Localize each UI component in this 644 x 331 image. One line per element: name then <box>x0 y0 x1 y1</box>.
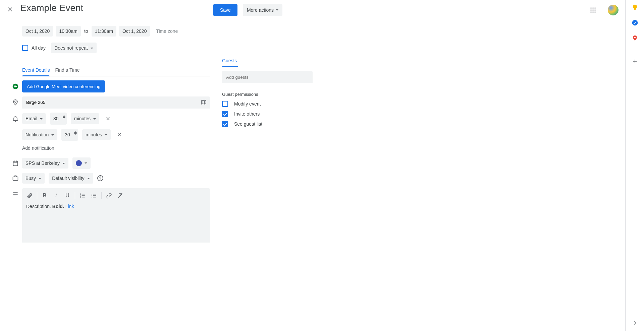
recurrence-dropdown[interactable]: Does not repeat <box>51 43 97 53</box>
description-plain: Description. <box>26 204 52 209</box>
to-label: to <box>84 28 88 34</box>
description-content[interactable]: Description. Bold. Link <box>22 203 210 243</box>
bulleted-list-icon[interactable] <box>89 190 99 201</box>
start-time-picker[interactable]: 10:30am <box>56 26 80 37</box>
video-meet-icon <box>12 83 19 90</box>
svg-point-10 <box>15 101 16 102</box>
end-date-picker[interactable]: Oct 1, 2020 <box>119 26 150 37</box>
svg-point-6 <box>590 11 592 13</box>
see-guest-list-label: See guest list <box>234 121 262 127</box>
stepper-up-icon[interactable] <box>63 114 65 117</box>
briefcase-icon <box>12 175 19 182</box>
start-date-picker[interactable]: Oct 1, 2020 <box>22 26 53 37</box>
svg-text:3: 3 <box>80 196 81 198</box>
invite-others-checkbox[interactable] <box>222 111 228 117</box>
add-guests-input[interactable] <box>222 71 313 83</box>
save-button[interactable]: Save <box>213 4 237 16</box>
tab-guests[interactable]: Guests <box>222 58 313 67</box>
remove-notification-1[interactable] <box>105 115 111 122</box>
help-icon[interactable]: ? <box>97 175 103 181</box>
see-guest-list-checkbox[interactable] <box>222 121 228 127</box>
bold-icon[interactable]: B <box>39 190 50 201</box>
underline-icon[interactable]: U <box>62 190 73 201</box>
svg-point-18 <box>92 197 92 197</box>
google-apps-icon[interactable] <box>586 3 600 17</box>
stepper-down-icon[interactable] <box>74 133 77 136</box>
event-title-input[interactable]: Example Event <box>20 3 208 17</box>
close-icon[interactable] <box>7 6 15 14</box>
description-link[interactable]: Link <box>65 204 74 209</box>
visibility-dropdown[interactable]: Default visibility <box>49 173 93 184</box>
clear-format-icon[interactable] <box>115 190 126 201</box>
svg-point-2 <box>594 7 596 9</box>
add-meet-button[interactable]: Add Google Meet video conferencing <box>22 80 105 92</box>
svg-point-8 <box>594 11 596 13</box>
hide-sidepanel-icon[interactable] <box>632 320 638 326</box>
tab-event-details[interactable]: Event Details <box>22 67 50 76</box>
svg-point-4 <box>592 9 594 11</box>
calendar-icon <box>12 160 19 167</box>
svg-point-16 <box>92 194 92 194</box>
description-icon <box>12 191 19 198</box>
more-actions-button[interactable]: More actions <box>243 4 282 16</box>
add-addon-icon[interactable] <box>632 58 638 65</box>
description-bold: Bold. <box>52 204 64 209</box>
svg-rect-11 <box>13 161 17 166</box>
svg-rect-12 <box>13 177 18 181</box>
italic-icon[interactable]: I <box>51 190 61 201</box>
notification-unit-2[interactable]: minutes <box>82 129 111 140</box>
svg-point-17 <box>92 195 92 196</box>
calendar-color-picker[interactable] <box>72 157 91 169</box>
more-actions-label: More actions <box>247 7 274 13</box>
svg-point-7 <box>592 11 594 13</box>
maps-icon[interactable] <box>632 35 638 42</box>
chevron-down-icon <box>276 9 278 12</box>
notification-value-1[interactable]: 30 <box>50 113 67 125</box>
location-icon <box>12 99 19 106</box>
map-icon[interactable] <box>201 99 207 105</box>
svg-point-3 <box>590 9 592 11</box>
remove-notification-2[interactable] <box>116 131 123 138</box>
modify-event-checkbox[interactable] <box>222 101 228 107</box>
tasks-icon[interactable] <box>632 19 638 26</box>
color-swatch <box>76 160 82 166</box>
link-icon[interactable] <box>104 190 114 201</box>
notification-value-2[interactable]: 30 <box>61 129 78 141</box>
svg-point-0 <box>590 7 592 9</box>
location-input[interactable] <box>22 96 210 109</box>
notification-method-2[interactable]: Notification <box>22 129 57 140</box>
chevron-down-icon <box>85 162 87 165</box>
bell-icon <box>12 115 19 122</box>
stepper-down-icon[interactable] <box>63 117 65 120</box>
account-avatar[interactable] <box>608 5 619 15</box>
end-time-picker[interactable]: 11:30am <box>92 26 116 37</box>
calendar-dropdown[interactable]: SPS at Berkeley <box>22 158 68 169</box>
invite-others-label: Invite others <box>234 111 260 117</box>
svg-point-1 <box>592 7 594 9</box>
notification-unit-1[interactable]: minutes <box>71 113 99 124</box>
timezone-button[interactable]: Time zone <box>156 28 178 34</box>
modify-event-label: Modify event <box>234 101 261 107</box>
description-editor[interactable]: B I U 123 Description <box>22 188 210 243</box>
availability-dropdown[interactable]: Busy <box>22 173 45 184</box>
numbered-list-icon[interactable]: 123 <box>77 190 88 201</box>
add-notification-button[interactable]: Add notification <box>22 145 54 151</box>
notification-method-1[interactable]: Email <box>22 113 46 124</box>
tab-find-a-time[interactable]: Find a Time <box>55 67 79 76</box>
all-day-checkbox[interactable] <box>22 45 28 51</box>
guest-permissions-title: Guest permissions <box>222 92 321 97</box>
svg-point-5 <box>594 9 596 11</box>
attach-icon[interactable] <box>24 190 35 201</box>
all-day-label: All day <box>32 45 46 51</box>
keep-icon[interactable] <box>632 4 638 11</box>
svg-point-20 <box>634 37 635 38</box>
stepper-up-icon[interactable] <box>74 130 77 133</box>
